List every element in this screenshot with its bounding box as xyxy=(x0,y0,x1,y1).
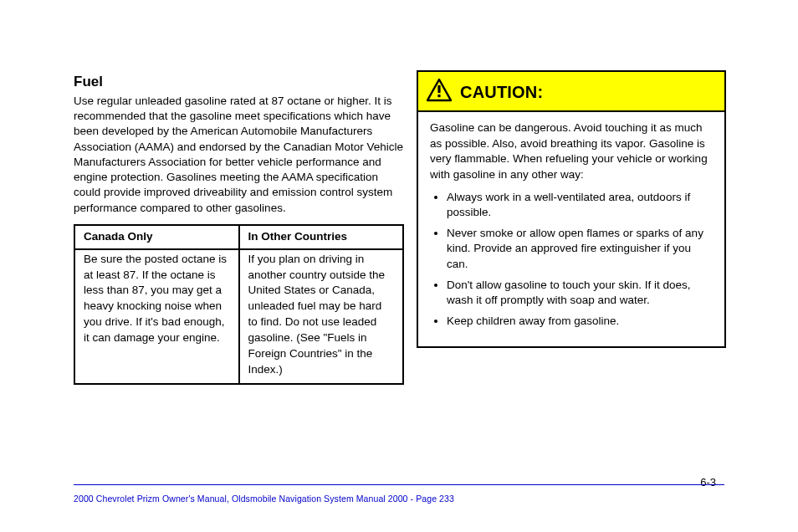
list-item: Always work in a well-ventilated area, o… xyxy=(447,190,713,221)
caution-body: Gasoline can be dangerous. Avoid touchin… xyxy=(418,112,724,346)
table-header-left: Canada Only xyxy=(74,225,239,249)
list-item: Never smoke or allow open flames or spar… xyxy=(447,226,713,273)
table-cell-left: Be sure the posted octane is at least 87… xyxy=(74,249,239,384)
table-header-row: Canada Only In Other Countries xyxy=(74,225,403,249)
footer-text: 2000 Chevrolet Prizm Owner's Manual, Old… xyxy=(74,494,454,504)
svg-rect-2 xyxy=(437,95,440,97)
caution-intro: Gasoline can be dangerous. Avoid touchin… xyxy=(430,120,713,183)
section-heading: Fuel xyxy=(74,74,404,90)
fuel-table: Canada Only In Other Countries Be sure t… xyxy=(74,224,404,385)
table-cell-right: If you plan on driving in another countr… xyxy=(239,249,404,384)
caution-title: CAUTION: xyxy=(460,83,543,102)
table-body-row: Be sure the posted octane is at least 87… xyxy=(74,249,403,384)
table-header-right: In Other Countries xyxy=(239,225,404,249)
list-item: Keep children away from gasoline. xyxy=(447,314,713,330)
svg-rect-1 xyxy=(437,85,440,93)
caution-header: CAUTION: xyxy=(418,72,724,112)
list-item: Don't allow gasoline to touch your skin.… xyxy=(447,278,713,309)
intro-paragraph: Use regular unleaded gasoline rated at 8… xyxy=(74,94,404,216)
caution-list: Always work in a well-ventilated area, o… xyxy=(430,190,713,330)
warning-icon xyxy=(427,79,452,105)
footer: 2000 Chevrolet Prizm Owner's Manual, Old… xyxy=(74,484,724,505)
caution-box: CAUTION: Gasoline can be dangerous. Avoi… xyxy=(417,70,726,348)
